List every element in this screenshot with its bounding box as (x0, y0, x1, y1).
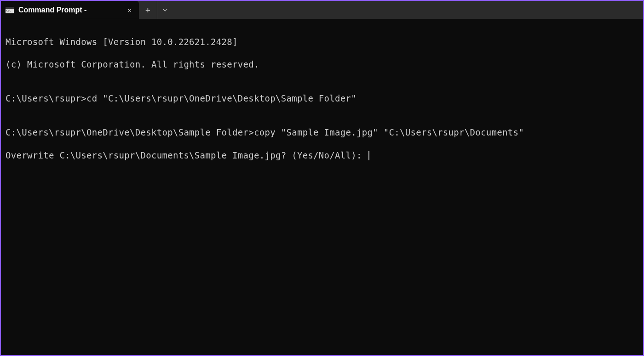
cursor (368, 151, 369, 160)
chevron-down-icon (163, 9, 167, 11)
terminal-line: C:\Users\rsupr>cd "C:\Users\rsupr\OneDri… (6, 93, 638, 104)
command-prompt-icon (6, 7, 14, 13)
active-tab[interactable]: Command Prompt - ✕ (1, 1, 139, 19)
terminal-line: C:\Users\rsupr\OneDrive\Desktop\Sample F… (6, 127, 638, 138)
close-icon[interactable]: ✕ (125, 5, 134, 16)
new-tab-button[interactable]: + (139, 1, 157, 19)
prompt-text: Overwrite C:\Users\rsupr\Documents\Sampl… (6, 150, 368, 160)
terminal-output[interactable]: Microsoft Windows [Version 10.0.22621.24… (1, 19, 643, 178)
tab-title: Command Prompt - (18, 6, 121, 14)
terminal-line: (c) Microsoft Corporation. All rights re… (6, 59, 638, 70)
tab-dropdown-button[interactable] (157, 1, 173, 19)
terminal-prompt-line: Overwrite C:\Users\rsupr\Documents\Sampl… (6, 150, 638, 161)
title-bar: Command Prompt - ✕ + (1, 1, 643, 19)
terminal-line: Microsoft Windows [Version 10.0.22621.24… (6, 36, 638, 48)
